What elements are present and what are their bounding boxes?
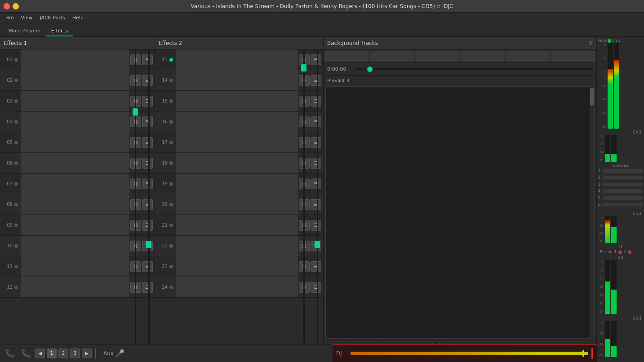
- ch4-bar-r: [611, 321, 617, 357]
- page-2-button[interactable]: 2: [58, 349, 68, 358]
- table-row: 23 ⛓ ☰: [155, 256, 323, 277]
- tab-main-players[interactable]: Main Players: [4, 26, 46, 36]
- row-indicator: [14, 58, 18, 62]
- row-label[interactable]: [21, 194, 129, 215]
- row-label[interactable]: [176, 236, 298, 256]
- ch3-zero: 0: [598, 244, 643, 249]
- vu-label: VU: [598, 256, 643, 260]
- effects2-fader-2[interactable]: [314, 49, 321, 344]
- table-row: 24 ⛓ ☰: [155, 277, 323, 298]
- row-label[interactable]: [21, 49, 129, 70]
- vu-fill-r: [611, 290, 617, 314]
- peak-meters: Peak 0 -6 -12 -18 -24 -30 -36 Ch 1: [598, 39, 643, 129]
- page-1-button[interactable]: 1: [47, 349, 57, 358]
- row-label[interactable]: [176, 49, 298, 70]
- scrub-thumb[interactable]: [367, 67, 373, 72]
- meters-panel: Peak 0 -6 -12 -18 -24 -30 -36 Ch 1: [597, 37, 644, 362]
- row-label[interactable]: [21, 174, 129, 194]
- row-label[interactable]: [176, 256, 298, 277]
- menu-view[interactable]: View: [17, 14, 36, 22]
- ch3-bar-l: [605, 216, 610, 243]
- ch3-label: Ch 3: [598, 212, 643, 216]
- row-label[interactable]: [176, 70, 298, 90]
- background-tracks-panel: Background Tracks ⊞ 0:00:00 Playlist 3: [324, 37, 597, 362]
- scrub-bar[interactable]: [355, 68, 593, 70]
- playlist-scrollbar[interactable]: [590, 87, 594, 338]
- fader-thumb[interactable]: [301, 64, 306, 72]
- row-label[interactable]: [21, 132, 129, 152]
- streams-label: Streams: [598, 164, 643, 168]
- row-label[interactable]: [21, 153, 129, 173]
- vu-section: VU 0 -6 -12 -18 -24 -30 -36: [598, 256, 643, 314]
- stream-row-5: 5: [598, 195, 643, 201]
- effects1-header: Effects 1: [0, 37, 155, 49]
- effects2-fader-1[interactable]: [300, 49, 307, 344]
- ch1-fill-l: [608, 69, 613, 129]
- row-label[interactable]: [176, 277, 298, 297]
- record-indicators: 1 2: [614, 250, 631, 254]
- next-page-button[interactable]: ▶: [82, 349, 92, 358]
- phone-button-1[interactable]: 📞: [3, 346, 17, 361]
- row-label[interactable]: [21, 112, 129, 132]
- ch3-fill-r: [611, 227, 617, 243]
- ch2-label: Ch 2: [598, 130, 643, 134]
- aux-icon[interactable]: 🎤: [115, 349, 124, 358]
- fader-strip-1[interactable]: [132, 49, 139, 344]
- fader-thumb[interactable]: [315, 241, 320, 248]
- fader-thumb-2[interactable]: [146, 241, 151, 248]
- minimize-button[interactable]: [13, 3, 19, 9]
- track-cell-3[interactable]: [415, 51, 460, 62]
- close-button[interactable]: [4, 3, 10, 9]
- stream-row-2: 2: [598, 174, 643, 181]
- track-cell-6[interactable]: [551, 51, 595, 62]
- track-cell-2[interactable]: [370, 51, 414, 62]
- row-indicator: [169, 58, 173, 62]
- row-label[interactable]: [176, 215, 298, 235]
- track-cell-4[interactable]: [460, 51, 505, 62]
- fader-thumb-1[interactable]: [133, 108, 138, 116]
- record-dot-2: [628, 250, 631, 254]
- row-label[interactable]: [176, 91, 298, 111]
- row-label[interactable]: [21, 256, 129, 277]
- prev-page-button[interactable]: ◀: [35, 349, 45, 358]
- row-indicator: [169, 286, 173, 289]
- ch1-label: Ch 1: [608, 39, 620, 43]
- menu-file[interactable]: File: [2, 14, 17, 22]
- table-row: 15 ⛓ ☰: [155, 91, 323, 112]
- row-indicator: [169, 182, 173, 186]
- vu-bar-r: [611, 260, 617, 314]
- row-label[interactable]: [21, 91, 129, 111]
- table-row: 17 ⛓ ☰: [155, 132, 323, 153]
- row-label[interactable]: [21, 215, 129, 235]
- phone-button-2[interactable]: 📞: [19, 346, 33, 361]
- menu-jack-ports[interactable]: JACK Ports: [36, 14, 69, 22]
- row-label[interactable]: [21, 70, 129, 90]
- bg-tracks-expand[interactable]: ⊞: [588, 40, 593, 46]
- row-label[interactable]: [176, 132, 298, 152]
- page-3-button[interactable]: 3: [70, 349, 80, 358]
- row-label[interactable]: [176, 174, 298, 194]
- titlebar: Various - Islands In The Stream - Dolly …: [0, 0, 644, 13]
- record-label: Record: [600, 250, 613, 254]
- effects2-header: Effects 2: [155, 37, 323, 49]
- tab-effects[interactable]: Effects: [46, 26, 73, 36]
- stream-bar-4: [603, 189, 643, 193]
- playlist-area[interactable]: [325, 86, 595, 339]
- table-row: 20 ⛓ ☰: [155, 194, 323, 215]
- row-indicator: [14, 265, 18, 268]
- row-label[interactable]: [21, 236, 129, 256]
- row-label[interactable]: [21, 277, 129, 297]
- aux-label: Aux: [103, 350, 114, 357]
- menu-help[interactable]: Help: [69, 14, 87, 22]
- ch4-fill-r: [611, 346, 617, 357]
- bg-tracks-header: Background Tracks ⊞: [324, 37, 596, 49]
- vu-scale: 0 -6 -12 -18 -24 -30 -36: [598, 260, 604, 314]
- row-label[interactable]: [176, 112, 298, 132]
- track-cell-1[interactable]: [324, 51, 369, 62]
- fader-strip-2[interactable]: [145, 49, 152, 344]
- scrollbar-thumb[interactable]: [590, 88, 594, 106]
- row-indicator: [14, 120, 18, 124]
- row-label[interactable]: [176, 194, 298, 215]
- row-label[interactable]: [176, 153, 298, 173]
- track-cell-5[interactable]: [506, 51, 550, 62]
